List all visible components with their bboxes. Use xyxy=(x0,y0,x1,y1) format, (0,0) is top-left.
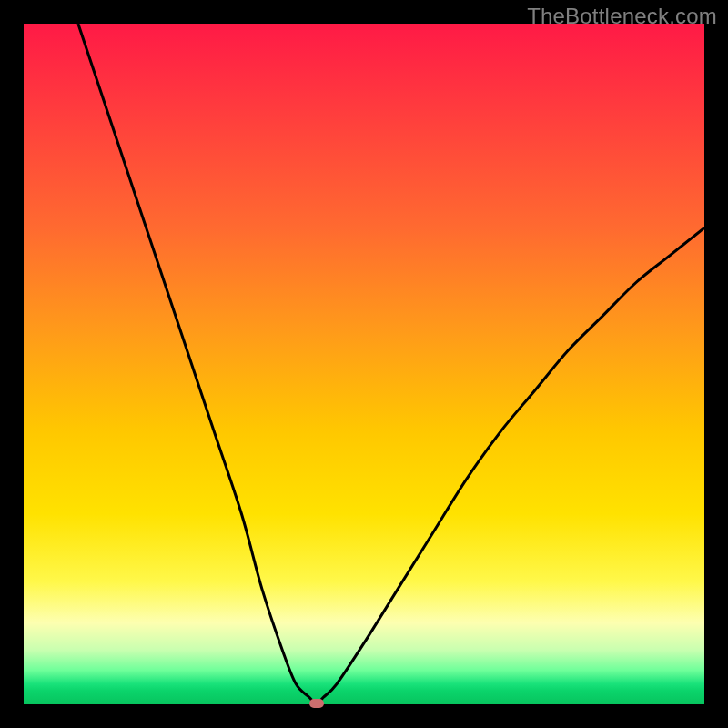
watermark-text: TheBottleneck.com xyxy=(527,4,717,29)
bottleneck-curve xyxy=(24,24,704,704)
chart-frame: TheBottleneck.com xyxy=(0,0,728,728)
plot-area xyxy=(24,24,704,704)
optimal-point-marker xyxy=(309,699,324,708)
